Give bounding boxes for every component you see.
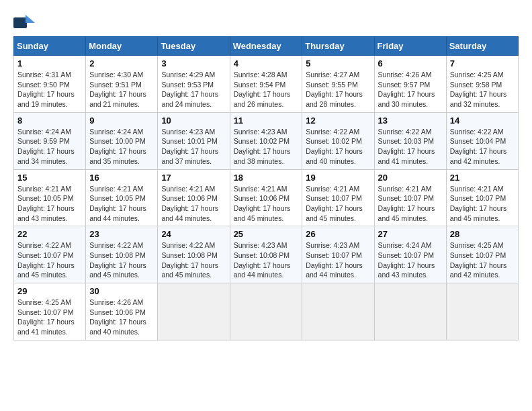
day-number: 28 — [450, 229, 515, 239]
calendar-cell: 11Sunrise: 4:23 AM Sunset: 10:02 PM Dayl… — [230, 112, 302, 169]
calendar-cell: 26Sunrise: 4:23 AM Sunset: 10:07 PM Dayl… — [302, 226, 374, 283]
calendar-cell: 18Sunrise: 4:21 AM Sunset: 10:06 PM Dayl… — [230, 169, 302, 226]
day-number: 26 — [306, 229, 370, 239]
svg-rect-0 — [13, 17, 27, 28]
day-number: 8 — [17, 116, 82, 126]
day-info: Sunrise: 4:26 AM Sunset: 10:06 PM Daylig… — [89, 298, 154, 337]
calendar-cell — [374, 283, 446, 340]
calendar-cell: 3Sunrise: 4:29 AM Sunset: 9:53 PM Daylig… — [158, 56, 230, 113]
day-number: 1 — [17, 58, 82, 68]
day-number: 5 — [306, 58, 370, 68]
day-info: Sunrise: 4:24 AM Sunset: 9:59 PM Dayligh… — [17, 127, 82, 167]
day-info: Sunrise: 4:23 AM Sunset: 10:02 PM Daylig… — [234, 127, 299, 167]
day-info: Sunrise: 4:21 AM Sunset: 10:07 PM Daylig… — [306, 184, 370, 224]
calendar-cell: 4Sunrise: 4:28 AM Sunset: 9:54 PM Daylig… — [230, 56, 302, 113]
weekday-header: Sunday — [14, 37, 86, 56]
calendar-cell: 9Sunrise: 4:24 AM Sunset: 10:00 PM Dayli… — [86, 112, 158, 169]
calendar-cell: 19Sunrise: 4:21 AM Sunset: 10:07 PM Dayl… — [302, 169, 374, 226]
calendar-header: SundayMondayTuesdayWednesdayThursdayFrid… — [14, 37, 519, 56]
day-number: 16 — [89, 173, 154, 183]
logo-icon — [13, 13, 35, 32]
day-info: Sunrise: 4:23 AM Sunset: 10:08 PM Daylig… — [234, 240, 299, 280]
calendar-cell: 22Sunrise: 4:22 AM Sunset: 10:07 PM Dayl… — [14, 226, 86, 283]
day-number: 23 — [89, 229, 154, 239]
day-info: Sunrise: 4:22 AM Sunset: 10:02 PM Daylig… — [306, 127, 370, 167]
weekday-header: Tuesday — [158, 37, 230, 56]
day-info: Sunrise: 4:21 AM Sunset: 10:07 PM Daylig… — [450, 184, 515, 224]
calendar-cell: 6Sunrise: 4:26 AM Sunset: 9:57 PM Daylig… — [374, 56, 446, 113]
day-number: 9 — [89, 116, 154, 126]
weekday-header: Thursday — [302, 37, 374, 56]
day-number: 25 — [234, 229, 299, 239]
calendar-cell: 10Sunrise: 4:23 AM Sunset: 10:01 PM Dayl… — [158, 112, 230, 169]
day-number: 3 — [161, 58, 226, 68]
day-info: Sunrise: 4:22 AM Sunset: 10:08 PM Daylig… — [89, 240, 154, 280]
day-info: Sunrise: 4:29 AM Sunset: 9:53 PM Dayligh… — [161, 70, 226, 109]
calendar-cell — [158, 283, 230, 340]
day-info: Sunrise: 4:22 AM Sunset: 10:03 PM Daylig… — [378, 127, 443, 167]
calendar-cell: 21Sunrise: 4:21 AM Sunset: 10:07 PM Dayl… — [446, 169, 518, 226]
day-info: Sunrise: 4:21 AM Sunset: 10:05 PM Daylig… — [17, 184, 82, 224]
day-number: 12 — [306, 116, 370, 126]
calendar-cell: 25Sunrise: 4:23 AM Sunset: 10:08 PM Dayl… — [230, 226, 302, 283]
day-info: Sunrise: 4:22 AM Sunset: 10:04 PM Daylig… — [450, 127, 515, 167]
day-number: 15 — [17, 173, 82, 183]
day-number: 24 — [161, 229, 226, 239]
calendar-cell: 15Sunrise: 4:21 AM Sunset: 10:05 PM Dayl… — [14, 169, 86, 226]
weekday-header: Friday — [374, 37, 446, 56]
calendar-cell: 1Sunrise: 4:31 AM Sunset: 9:50 PM Daylig… — [14, 56, 86, 113]
day-info: Sunrise: 4:25 AM Sunset: 10:07 PM Daylig… — [17, 298, 82, 337]
calendar-cell: 30Sunrise: 4:26 AM Sunset: 10:06 PM Dayl… — [86, 283, 158, 340]
day-number: 30 — [89, 286, 154, 296]
day-info: Sunrise: 4:24 AM Sunset: 10:00 PM Daylig… — [89, 127, 154, 167]
calendar-cell: 27Sunrise: 4:24 AM Sunset: 10:07 PM Dayl… — [374, 226, 446, 283]
calendar-cell: 2Sunrise: 4:30 AM Sunset: 9:51 PM Daylig… — [86, 56, 158, 113]
day-number: 2 — [89, 58, 154, 68]
calendar-cell: 17Sunrise: 4:21 AM Sunset: 10:06 PM Dayl… — [158, 169, 230, 226]
calendar-cell: 24Sunrise: 4:22 AM Sunset: 10:08 PM Dayl… — [158, 226, 230, 283]
day-info: Sunrise: 4:21 AM Sunset: 10:07 PM Daylig… — [378, 184, 443, 224]
day-number: 27 — [378, 229, 443, 239]
day-info: Sunrise: 4:26 AM Sunset: 9:57 PM Dayligh… — [378, 70, 443, 109]
calendar-week: 8Sunrise: 4:24 AM Sunset: 9:59 PM Daylig… — [14, 112, 519, 169]
calendar-cell — [446, 283, 518, 340]
day-number: 22 — [17, 229, 82, 239]
weekday-header: Wednesday — [230, 37, 302, 56]
calendar-cell: 7Sunrise: 4:25 AM Sunset: 9:58 PM Daylig… — [446, 56, 518, 113]
calendar-cell — [302, 283, 374, 340]
calendar-cell: 16Sunrise: 4:21 AM Sunset: 10:05 PM Dayl… — [86, 169, 158, 226]
day-info: Sunrise: 4:22 AM Sunset: 10:07 PM Daylig… — [17, 240, 82, 280]
day-number: 20 — [378, 173, 443, 183]
calendar: SundayMondayTuesdayWednesdayThursdayFrid… — [13, 36, 519, 340]
logo — [13, 13, 39, 32]
calendar-cell: 13Sunrise: 4:22 AM Sunset: 10:03 PM Dayl… — [374, 112, 446, 169]
calendar-cell: 8Sunrise: 4:24 AM Sunset: 9:59 PM Daylig… — [14, 112, 86, 169]
calendar-week: 22Sunrise: 4:22 AM Sunset: 10:07 PM Dayl… — [14, 226, 519, 283]
header-row: SundayMondayTuesdayWednesdayThursdayFrid… — [14, 37, 519, 56]
day-info: Sunrise: 4:31 AM Sunset: 9:50 PM Dayligh… — [17, 70, 82, 109]
calendar-week: 29Sunrise: 4:25 AM Sunset: 10:07 PM Dayl… — [14, 283, 519, 340]
day-number: 11 — [234, 116, 299, 126]
day-number: 10 — [161, 116, 226, 126]
day-number: 14 — [450, 116, 515, 126]
day-number: 13 — [378, 116, 443, 126]
day-info: Sunrise: 4:27 AM Sunset: 9:55 PM Dayligh… — [306, 70, 370, 109]
day-number: 29 — [17, 286, 82, 296]
calendar-cell: 29Sunrise: 4:25 AM Sunset: 10:07 PM Dayl… — [14, 283, 86, 340]
day-info: Sunrise: 4:23 AM Sunset: 10:07 PM Daylig… — [306, 240, 370, 280]
day-info: Sunrise: 4:28 AM Sunset: 9:54 PM Dayligh… — [234, 70, 299, 109]
day-info: Sunrise: 4:23 AM Sunset: 10:01 PM Daylig… — [161, 127, 226, 167]
day-info: Sunrise: 4:24 AM Sunset: 10:07 PM Daylig… — [378, 240, 443, 280]
day-info: Sunrise: 4:30 AM Sunset: 9:51 PM Dayligh… — [89, 70, 154, 109]
day-number: 18 — [234, 173, 299, 183]
day-number: 17 — [161, 173, 226, 183]
calendar-body: 1Sunrise: 4:31 AM Sunset: 9:50 PM Daylig… — [14, 56, 519, 340]
calendar-cell: 23Sunrise: 4:22 AM Sunset: 10:08 PM Dayl… — [86, 226, 158, 283]
day-number: 21 — [450, 173, 515, 183]
day-number: 19 — [306, 173, 370, 183]
day-number: 7 — [450, 58, 515, 68]
day-info: Sunrise: 4:21 AM Sunset: 10:05 PM Daylig… — [89, 184, 154, 224]
day-info: Sunrise: 4:22 AM Sunset: 10:08 PM Daylig… — [161, 240, 226, 280]
day-number: 6 — [378, 58, 443, 68]
calendar-week: 1Sunrise: 4:31 AM Sunset: 9:50 PM Daylig… — [14, 56, 519, 113]
